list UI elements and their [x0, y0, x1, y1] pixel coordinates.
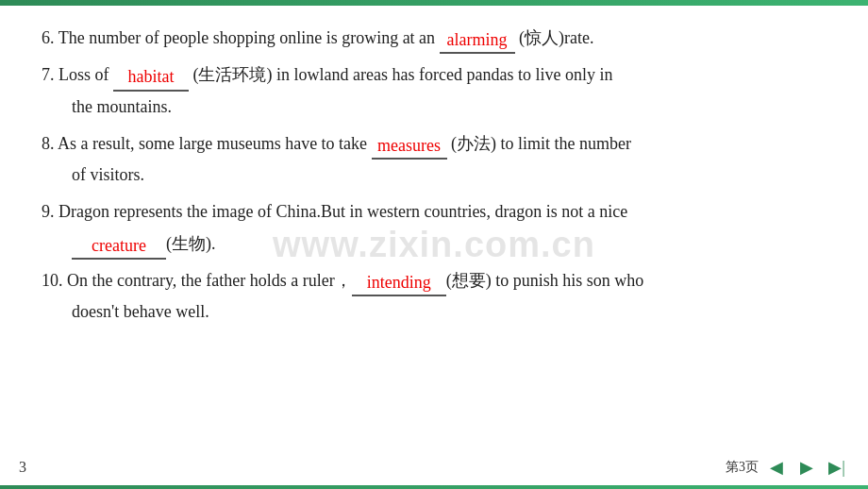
q9-blank: creature	[72, 234, 166, 260]
question-8: 8. As a result, some large museums have …	[42, 128, 826, 192]
q6-line: 6. The number of people shopping online …	[42, 23, 826, 54]
footer: 3 第3页 ◀ ▶ ▶|	[0, 455, 868, 480]
q7-continuation: the mountains.	[42, 92, 826, 123]
page-number-left: 3	[19, 459, 26, 476]
q7-text-before: Loss of	[58, 65, 113, 84]
nav-last-button[interactable]: ▶|	[825, 455, 849, 480]
q8-text-after: (办法) to limit the number	[447, 134, 631, 153]
q10-continuation: doesn't behave well.	[42, 296, 826, 328]
q10-text-before: On the contrary, the father holds a rule…	[67, 271, 352, 290]
q9-text-after: (生物).	[166, 234, 216, 253]
q9-text-before: Dragon represents the image of China.But…	[58, 202, 627, 221]
question-6: 6. The number of people shopping online …	[42, 23, 826, 54]
q6-number: 6.	[42, 28, 55, 47]
q9-line2: creature(生物).	[42, 228, 826, 260]
q7-blank: habitat	[113, 65, 189, 91]
question-7: 7. Loss of habitat (生活环境) in lowland are…	[42, 59, 826, 123]
q10-blank: intending	[352, 271, 446, 296]
q8-blank: measures	[372, 134, 447, 160]
q7-number: 7.	[42, 65, 55, 84]
question-10: 10. On the contrary, the father holds a …	[42, 265, 826, 329]
bottom-border	[0, 485, 868, 489]
content-area: 6. The number of people shopping online …	[0, 6, 868, 344]
q6-blank: alarming	[440, 28, 515, 54]
q8-text-before: As a result, some large museums have to …	[58, 134, 372, 153]
page-label: 第3页	[726, 459, 759, 476]
question-9: 9. Dragon represents the image of China.…	[42, 196, 826, 260]
nav-next-button[interactable]: ▶	[794, 455, 819, 480]
q8-continuation: of visitors.	[42, 160, 826, 191]
footer-right: 第3页 ◀ ▶ ▶|	[726, 455, 849, 480]
q10-number: 10.	[42, 271, 63, 290]
q8-number: 8.	[42, 134, 55, 153]
q6-text-before: The number of people shopping online is …	[58, 28, 440, 47]
q7-text-after: (生活环境) in lowland areas has forced panda…	[189, 65, 612, 84]
q10-line1: 10. On the contrary, the father holds a …	[42, 265, 826, 296]
q10-text-after: (想要) to punish his son who	[446, 271, 644, 290]
q7-line1: 7. Loss of habitat (生活环境) in lowland are…	[42, 59, 826, 91]
q6-text-after: (惊人)rate.	[515, 28, 594, 47]
q9-line1: 9. Dragon represents the image of China.…	[42, 196, 826, 228]
q9-number: 9.	[42, 202, 55, 221]
q8-line1: 8. As a result, some large museums have …	[42, 128, 826, 160]
nav-prev-button[interactable]: ◀	[764, 455, 789, 480]
